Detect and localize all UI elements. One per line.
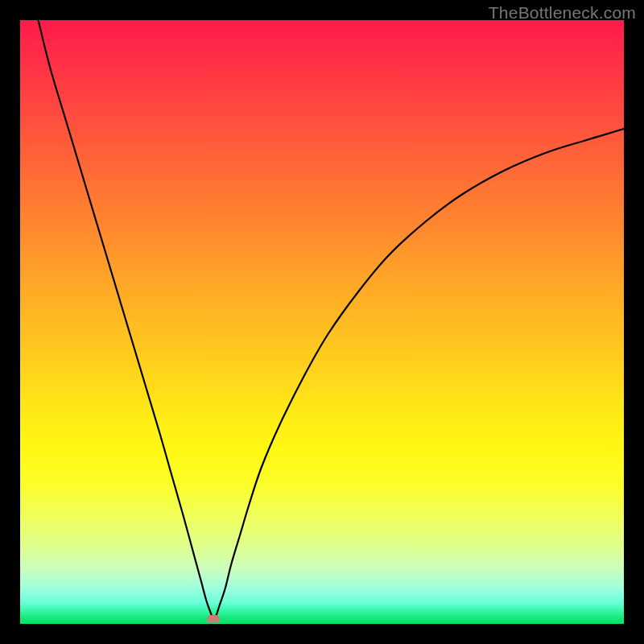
watermark-text: TheBottleneck.com [489, 3, 636, 23]
chart-frame: TheBottleneck.com [0, 0, 644, 644]
bottleneck-curve [39, 20, 625, 618]
plot-area [20, 20, 624, 624]
vertex-marker [207, 615, 220, 623]
curve-svg [20, 20, 624, 624]
